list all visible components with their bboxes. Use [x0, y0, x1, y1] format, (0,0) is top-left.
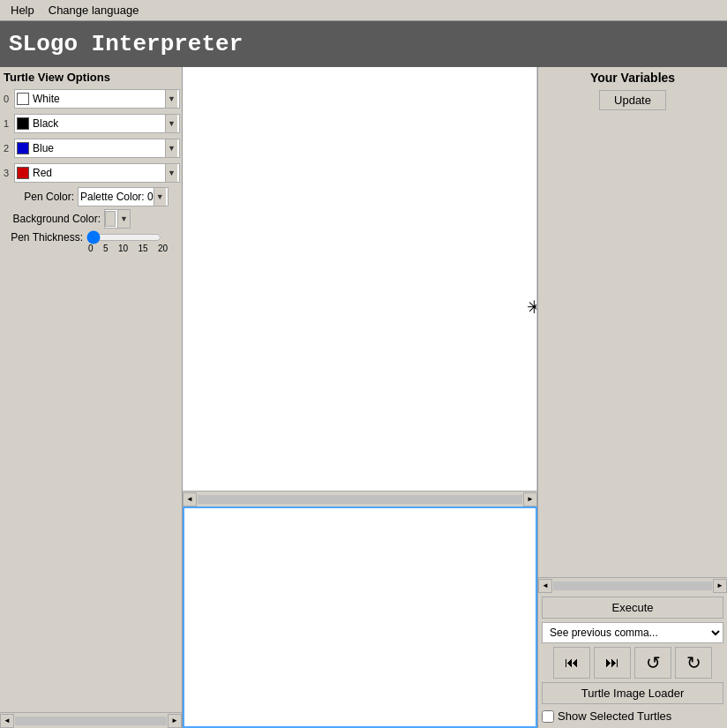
menu-change-language[interactable]: Change language [41, 2, 146, 19]
canvas: ✳ [183, 67, 537, 491]
pen-thickness-slider[interactable] [86, 231, 161, 244]
turtle-cursor: ✳ [527, 296, 537, 318]
tick-20: 20 [158, 244, 168, 253]
prev-command-select[interactable]: See previous comma... [542, 622, 723, 643]
variables-title: Your Variables [542, 71, 723, 85]
titlebar: SLogo Interpreter [0, 21, 727, 67]
palette-color-select[interactable]: Palette Color: 0 ▼ [78, 187, 169, 206]
left-panel: Turtle View Options 0 White ▼ 1 Black ▼ [0, 67, 183, 728]
color-select-2[interactable]: Blue ▼ [14, 139, 180, 158]
color-swatch-1 [17, 117, 29, 130]
right-hscroll: ◄ ► [538, 577, 727, 593]
color-select-0[interactable]: White ▼ [14, 89, 180, 109]
show-turtles-row: Show Selected Turtles [542, 708, 723, 724]
undo-button[interactable]: ↺ [634, 647, 671, 679]
center-area: ✳ ◄ ► [183, 67, 537, 728]
color-row-1: 1 Black ▼ [4, 112, 180, 135]
right-panel: Your Variables Update ◄ ► Execute See pr… [537, 67, 727, 728]
tick-15: 15 [138, 244, 147, 253]
color-row-2: 2 Blue ▼ [4, 137, 180, 160]
tick-10: 10 [118, 244, 128, 253]
turtle-view-options-title: Turtle View Options [4, 71, 180, 84]
pen-thickness-row: Pen Thickness: 0 5 10 15 20 [4, 231, 180, 253]
scroll-left-arrow[interactable]: ◄ [0, 714, 14, 728]
thickness-label-row: Pen Thickness: [4, 231, 180, 244]
color-label-3: Red [33, 167, 165, 179]
main-layout: Turtle View Options 0 White ▼ 1 Black ▼ [0, 67, 727, 728]
color-index-1: 1 [4, 118, 14, 129]
color-swatch-3 [17, 167, 29, 179]
fast-forward-button[interactable]: ⏭ [594, 647, 631, 679]
menubar: Help Change language [0, 0, 727, 21]
thickness-ticks: 0 5 10 15 20 [88, 244, 168, 253]
left-hscroll: ◄ ► [0, 712, 182, 728]
palette-color-value: Palette Color: 0 [80, 191, 154, 203]
redo-button[interactable]: ↻ [675, 647, 712, 679]
update-button[interactable]: Update [599, 90, 666, 110]
color-row-3: 3 Red ▼ [4, 161, 180, 184]
app-title: SLogo Interpreter [9, 31, 243, 57]
menu-help[interactable]: Help [4, 2, 41, 19]
color-dropdown-arrow-3[interactable]: ▼ [165, 164, 177, 182]
bg-dropdown-arrow[interactable]: ▼ [117, 210, 130, 228]
color-dropdown-arrow-1[interactable]: ▼ [165, 115, 177, 132]
execute-button[interactable]: Execute [542, 597, 723, 619]
canvas-scroll-track[interactable] [198, 495, 522, 504]
color-index-0: 0 [4, 94, 14, 104]
rewind-button[interactable]: ⏮ [553, 647, 590, 679]
palette-dropdown-arrow[interactable]: ▼ [154, 188, 166, 206]
turtle-image-loader-button[interactable]: Turtle Image Loader [542, 682, 723, 704]
show-selected-turtles-checkbox[interactable] [542, 710, 554, 723]
playback-row: ⏮ ⏭ ↺ ↻ [542, 647, 723, 679]
color-index-2: 2 [4, 143, 14, 154]
color-select-1[interactable]: Black ▼ [14, 114, 180, 133]
editor-area [183, 507, 537, 728]
color-label-1: Black [33, 117, 165, 130]
right-scroll-right[interactable]: ► [713, 579, 727, 593]
canvas-scroll-left[interactable]: ◄ [183, 492, 197, 507]
tick-0: 0 [88, 244, 94, 253]
color-swatch-2 [17, 142, 29, 154]
background-color-row: Background Color: ▼ [4, 209, 180, 229]
color-label-0: White [33, 93, 165, 105]
scroll-right-arrow[interactable]: ► [168, 714, 182, 728]
color-dropdown-arrow-2[interactable]: ▼ [165, 139, 177, 157]
bg-color-swatch [105, 211, 116, 227]
canvas-scroll-right[interactable]: ► [523, 492, 537, 507]
prev-command-row: See previous comma... [542, 622, 723, 643]
canvas-hscroll: ◄ ► [183, 491, 537, 507]
color-dropdown-arrow-0[interactable]: ▼ [165, 90, 177, 108]
editor-input[interactable] [184, 508, 536, 726]
color-label-2: Blue [33, 142, 165, 154]
tick-5: 5 [103, 244, 109, 253]
pen-color-row: Pen Color: Palette Color: 0 ▼ [4, 187, 180, 206]
color-row-0: 0 White ▼ [4, 87, 180, 110]
color-swatch-0 [17, 93, 29, 105]
bg-color-select[interactable]: ▼ [104, 209, 131, 229]
right-scroll-track[interactable] [553, 582, 712, 590]
color-select-3[interactable]: Red ▼ [14, 163, 180, 183]
color-index-3: 3 [4, 168, 14, 178]
show-selected-turtles-label: Show Selected Turtles [558, 709, 671, 723]
variables-section: Your Variables Update [538, 67, 727, 577]
turtle-view-options: Turtle View Options 0 White ▼ 1 Black ▼ [0, 67, 182, 258]
controls-section: Execute See previous comma... ⏮ ⏭ ↺ ↻ Tu… [538, 593, 727, 728]
right-scroll-left[interactable]: ◄ [538, 579, 552, 593]
background-color-label: Background Color: [4, 213, 101, 225]
scroll-track-left[interactable] [15, 717, 167, 725]
pen-color-label: Pen Color: [4, 191, 74, 203]
pen-thickness-label: Pen Thickness: [4, 231, 83, 244]
